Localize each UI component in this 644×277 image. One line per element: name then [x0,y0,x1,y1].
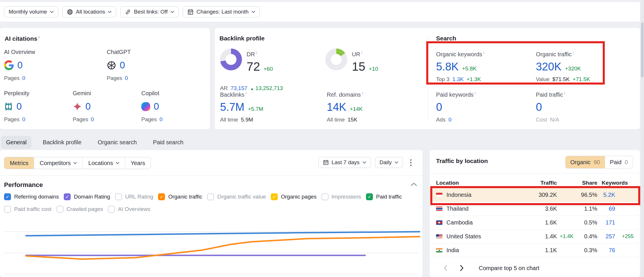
info-icon[interactable]: i [245,91,246,95]
monthly-volume-label: Monthly volume [9,9,47,15]
ref-domains-delta: +14K [350,106,363,112]
organic-traffic-value[interactable]: 320K [536,61,562,73]
copilot-icon [141,102,150,111]
segment-metrics[interactable]: Metrics [4,157,34,169]
changes-label: Changes: Last month [196,9,249,15]
ai-overview-value: 0 [17,60,22,71]
ai-item-perplexity: Perplexity 0 Pages0 [4,90,70,123]
granularity-dropdown[interactable]: Daily [375,157,403,168]
monthly-volume-dropdown[interactable]: Monthly volume [4,6,58,17]
checkbox-domain-rating[interactable]: Domain Rating [64,193,110,200]
paid-keywords-value: 0 [436,101,442,113]
paid-keywords-metric: Paid keywordsi 0 Ads0 [436,91,476,123]
keywords-link[interactable]: 5.2K [597,192,615,198]
keywords-link[interactable]: 76 [597,247,615,254]
checkbox-url-rating[interactable]: URL Rating [115,193,153,200]
organic-keywords-value[interactable]: 5.8K [436,61,459,73]
keywords-link[interactable]: 171 [597,219,615,226]
locations-dropdown[interactable]: All locations [62,6,116,17]
table-row-thailand[interactable]: Thailand 3.6K 1.1% 69 [430,202,640,216]
checkbox-paid-traffic-cost[interactable]: Paid traffic cost [4,206,52,213]
keywords-link[interactable]: 69 [597,205,615,212]
perplexity-icon [4,102,13,111]
dr-delta: +60 [264,66,273,72]
perplexity-value: 0 [16,101,22,112]
info-icon[interactable]: i [362,91,363,95]
ref-domains-value[interactable]: 14K [327,101,346,113]
segment-years[interactable]: Years [125,157,151,169]
checkbox-organic-traffic-value[interactable]: Organic traffic value [207,193,266,200]
ai-citations-title: AI citationsi [5,35,40,42]
top3-value-link[interactable]: 1.3K [452,76,463,83]
chevron-down-icon [50,11,54,13]
date-range-label: Last 7 days [332,159,360,166]
checkbox-crawled-pages[interactable]: Crawled pages [57,206,103,213]
checkbox-icon [366,193,373,200]
best-links-dropdown[interactable]: Best links: Off [120,6,179,17]
pages-count-link[interactable]: 0 [22,75,25,81]
checkbox-icon [322,193,328,200]
compare-top5-link[interactable]: Compare top 5 on chart [479,265,539,272]
table-row-cambodia[interactable]: Cambodia 1.6K 0.5% 171 [430,216,640,230]
chevron-down-icon [73,162,77,164]
toggle-paid[interactable]: Paid0 [605,156,633,168]
organic-traffic-metric: Organic traffici 320K+320K Value$71.5K+7… [536,50,590,83]
checkbox-impressions[interactable]: Impressions [322,193,361,200]
pages-count-link[interactable]: 0 [91,116,94,123]
tab-backlink-profile[interactable]: Backlink profile [38,136,87,149]
checkbox-organic-pages[interactable]: Organic pages [271,193,317,200]
next-page-chevron-right-icon[interactable] [457,264,466,272]
keywords-link[interactable]: 257 [597,233,615,240]
pages-count-link[interactable]: 0 [125,75,128,81]
backlinks-value[interactable]: 5.7M [220,101,244,113]
backlinks-alltime: 5.9M [241,117,253,123]
paid-count: 0 [625,159,628,166]
ads-count-link[interactable]: 0 [448,117,452,123]
dr-donut-chart [220,48,242,70]
locations-label: All locations [76,9,105,15]
checkbox-paid-traffic[interactable]: Paid traffic [366,193,402,200]
info-icon[interactable]: i [573,50,574,55]
performance-title: Performance [4,181,43,189]
date-range-dropdown[interactable]: Last 7 days [318,157,371,168]
ar-value-link[interactable]: 73,157 [230,85,247,91]
checkbox-icon [108,206,115,213]
info-icon[interactable]: i [256,50,257,55]
tab-organic-search[interactable]: Organic search [93,136,142,149]
changes-dropdown[interactable]: Changes: Last month [183,6,260,17]
segment-competitors[interactable]: Competitors [34,157,82,169]
tab-general[interactable]: General [1,136,31,149]
flag-indonesia-icon [436,193,442,197]
info-icon[interactable]: i [38,35,40,39]
paid-traffic-value: 0 [536,101,542,113]
performance-line-chart[interactable] [0,218,423,277]
ai-citations-card: AI citationsi AI Overview 0 Pages0 ChatG… [0,28,210,129]
checkbox-organic-traffic[interactable]: Organic traffic [158,193,202,200]
segment-locations[interactable]: Locations [82,157,125,169]
table-row-indonesia[interactable]: Indonesia 309.2K 96.5% 5.2K [430,188,640,202]
pages-count-link[interactable]: 0 [22,116,25,123]
table-row-united-states[interactable]: United States 1.4K +1.4K 0.4% 257 +255 [430,230,640,244]
more-options-kebab-icon[interactable] [407,157,414,168]
best-links-label: Best links: Off [134,9,168,15]
organic-paid-toggle: Organic90 Paid0 [565,156,633,169]
ref-domains-alltime: 15K [348,117,357,123]
calendar-icon [323,160,329,165]
checkbox-referring-domains[interactable]: Referring domains [4,193,59,200]
info-icon[interactable]: i [564,91,565,95]
scrollbar-thumb[interactable] [641,23,643,77]
organic-keywords-metric: Organic keywordsi 5.8K+5.8K Top 31.3K+1.… [436,50,484,83]
checkbox-ai-overviews[interactable]: AI Overviews [108,206,150,213]
metric-checkboxes: Referring domains Domain Rating URL Rati… [4,193,416,213]
tab-paid-search[interactable]: Paid search [148,136,188,149]
info-icon[interactable]: i [475,91,476,95]
prev-page-chevron-left-icon[interactable] [441,264,450,272]
collapse-section-chevron-up-icon[interactable] [410,182,417,188]
toggle-organic[interactable]: Organic90 [566,156,605,168]
flag-thailand-icon [436,207,442,211]
chevron-down-icon [116,162,119,164]
info-icon[interactable]: i [483,50,484,55]
pages-count-link[interactable]: 0 [159,116,163,123]
table-row-india[interactable]: India 1.1K 0.3% 76 [430,244,640,257]
info-icon[interactable]: i [361,50,362,55]
